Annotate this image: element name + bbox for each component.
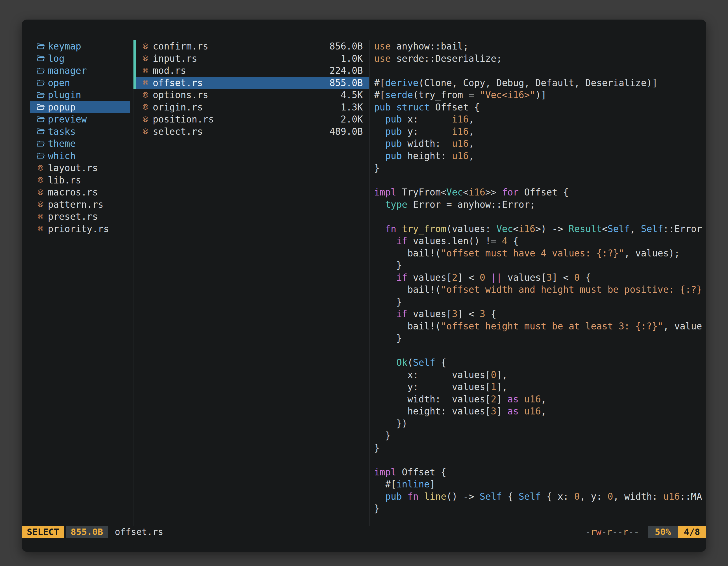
sidebar-item-label: preview (48, 114, 87, 125)
sidebar-item-priority-rs[interactable]: ®priority.rs (30, 223, 130, 235)
code-line: } (374, 162, 706, 174)
code-line: } (374, 442, 706, 454)
sidebar-item-popup[interactable]: popup (30, 101, 130, 114)
file-size: 4.5K (341, 90, 363, 100)
code-line (374, 454, 706, 466)
rust-file-icon: ® (36, 188, 45, 197)
code-line: height: values[3] as u16, (374, 405, 706, 417)
file-row-offset-rs[interactable]: ®offset.rs855.0B (133, 77, 369, 89)
sidebar-item-label: which (48, 151, 76, 161)
code-line: if values[2] < 0 || values[3] < 0 { (374, 272, 706, 284)
rust-file-icon: ® (141, 115, 150, 124)
code-line: #[serde(try_from = "Vec<i16>")] (374, 89, 706, 101)
folder-icon (36, 152, 45, 159)
sidebar-item-manager[interactable]: manager (30, 65, 130, 77)
selection-mark (133, 101, 136, 114)
code-line (374, 65, 706, 77)
folder-icon (36, 55, 45, 62)
code-line: type Error = anyhow::Error; (374, 199, 706, 211)
sidebar-item-keymap[interactable]: keymap (30, 40, 130, 53)
file-name: origin.rs (153, 102, 203, 113)
selection-mark (133, 53, 136, 65)
sidebar-item-theme[interactable]: theme (30, 138, 130, 150)
sidebar-item-preset-rs[interactable]: ®preset.rs (30, 211, 130, 223)
sidebar-item-label: preset.rs (48, 211, 98, 222)
sidebar-item-layout-rs[interactable]: ®layout.rs (30, 162, 130, 174)
file-name: confirm.rs (153, 41, 208, 52)
rust-file-icon: ® (141, 54, 150, 63)
mode-badge: SELECT (22, 526, 64, 538)
code-line: pub width: u16, (374, 138, 706, 150)
folder-icon (36, 79, 45, 86)
sidebar-item-label: macros.rs (48, 187, 98, 198)
status-file-name: offset.rs (115, 526, 163, 538)
file-row-position-rs[interactable]: ®position.rs2.0K (133, 113, 369, 126)
parent-directory-pane: keymaplogmanageropenpluginpopuppreviewta… (22, 40, 133, 526)
file-row-origin-rs[interactable]: ®origin.rs1.3K (133, 101, 369, 114)
file-size-badge: 855.0B (66, 526, 108, 538)
code-line: if values[3] < 3 { (374, 308, 706, 320)
file-list-pane: ®confirm.rs856.0B®input.rs1.0K®mod.rs224… (133, 40, 369, 526)
sidebar-item-open[interactable]: open (30, 77, 130, 89)
sidebar-item-pattern-rs[interactable]: ®pattern.rs (30, 199, 130, 211)
code-line: pub fn line() -> Self { Self { x: 0, y: … (374, 490, 706, 503)
code-line: use serde::Deserialize; (374, 53, 706, 65)
sidebar-item-lib-rs[interactable]: ®lib.rs (30, 174, 130, 187)
rust-file-icon: ® (36, 212, 45, 221)
sidebar-item-label: layout.rs (48, 163, 98, 173)
file-row-input-rs[interactable]: ®input.rs1.0K (133, 53, 369, 65)
sidebar-item-which[interactable]: which (30, 150, 130, 162)
rust-file-icon: ® (36, 224, 45, 233)
code-line: bail!("offset width and height must be p… (374, 283, 706, 296)
sidebar-item-label: lib.rs (48, 175, 81, 186)
code-line: } (374, 296, 706, 308)
code-line: fn try_from(values: Vec<i16>) -> Result<… (374, 223, 706, 235)
file-name: input.rs (153, 53, 197, 64)
code-line: y: values[1], (374, 381, 706, 393)
sidebar-item-log[interactable]: log (30, 53, 130, 65)
folder-icon (36, 128, 45, 135)
file-size: 855.0B (330, 78, 363, 88)
selection-mark (133, 65, 136, 77)
file-size: 2.0K (341, 114, 363, 125)
file-size: 224.0B (330, 65, 363, 76)
file-row-select-rs[interactable]: ®select.rs489.0B (133, 126, 369, 138)
rust-file-icon: ® (141, 103, 150, 112)
code-line: width: values[2] as u16, (374, 393, 706, 405)
folder-icon (36, 67, 45, 74)
file-row-confirm-rs[interactable]: ®confirm.rs856.0B (133, 40, 369, 53)
code-line: pub height: u16, (374, 150, 706, 162)
code-line: #[inline] (374, 478, 706, 490)
sidebar-item-preview[interactable]: preview (30, 113, 130, 126)
sidebar-item-plugin[interactable]: plugin (30, 89, 130, 101)
code-line (374, 344, 706, 357)
sidebar-item-macros-rs[interactable]: ®macros.rs (30, 186, 130, 199)
code-line: pub struct Offset { (374, 101, 706, 114)
file-name: mod.rs (153, 65, 186, 76)
sidebar-item-label: manager (48, 65, 87, 76)
code-line: pub y: i16, (374, 126, 706, 138)
file-row-mod-rs[interactable]: ®mod.rs224.0B (133, 65, 369, 77)
code-line: } (374, 429, 706, 442)
file-size: 1.3K (341, 102, 363, 113)
folder-icon (36, 91, 45, 99)
file-name: position.rs (153, 114, 214, 125)
code-line: } (374, 332, 706, 344)
selection-mark (133, 89, 136, 101)
preview-pane: use anyhow::bail;use serde::Deserialize;… (369, 40, 706, 526)
file-row-options-rs[interactable]: ®options.rs4.5K (133, 89, 369, 101)
code-line: pub x: i16, (374, 113, 706, 126)
status-bar: SELECT 855.0B offset.rs -rw-r--r-- 50% 4… (22, 526, 706, 538)
file-name: options.rs (153, 90, 208, 100)
sidebar-item-label: popup (48, 102, 76, 113)
code-line: bail!("offset height must be at least 3:… (374, 320, 706, 332)
code-line: } (374, 259, 706, 272)
code-line: x: values[0], (374, 369, 706, 381)
sidebar-item-tasks[interactable]: tasks (30, 126, 130, 138)
file-name: offset.rs (153, 78, 203, 88)
status-right-group: -rw-r--r-- 50% 4/8 (585, 526, 706, 538)
folder-icon (36, 140, 45, 147)
code-line: bail!("offset must have 4 values: {:?}",… (374, 247, 706, 260)
rust-file-icon: ® (141, 91, 150, 100)
code-line: }) (374, 417, 706, 430)
